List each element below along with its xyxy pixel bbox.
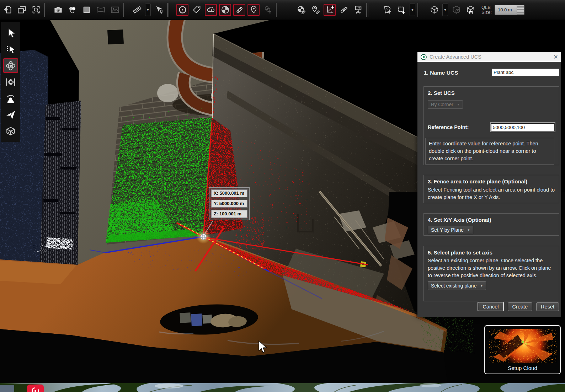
qlb-size-spinner[interactable]: 10.0 m [495, 5, 524, 15]
toolbar-group-4 [176, 4, 274, 16]
create-ucs-button[interactable] [324, 4, 336, 16]
screen-axes-icon [353, 5, 363, 15]
close-icon[interactable]: ✕ [550, 54, 561, 60]
measure-ruler-dropdown[interactable]: ▼ [145, 4, 151, 16]
solid-view-button[interactable] [80, 4, 92, 16]
location-pin-icon [249, 5, 258, 15]
axis-section: 4. Set X/Y Axis (Optional) Set Y by Plan… [423, 213, 559, 236]
cancel-button[interactable]: Cancel [478, 302, 503, 311]
set-ucs-dropdown-value: By Corner [431, 102, 453, 107]
target-disc-icon [178, 5, 187, 15]
reference-point-input[interactable] [491, 123, 554, 131]
pano-thumbnail[interactable] [0, 385, 14, 392]
panorama-view-icon [96, 5, 106, 15]
application-window: { "toolbar": { "qlb": { "label_top": "QL… [0, 0, 565, 392]
screenshot-camera-icon [53, 5, 63, 15]
cyclone-app-icon [421, 54, 427, 60]
level-tool-button[interactable] [338, 4, 350, 16]
name-ucs-label: 1. Name UCS [424, 70, 458, 76]
limit-box-manager-button[interactable] [464, 4, 476, 16]
axis-dropdown[interactable]: Set Y by Plane [428, 226, 473, 234]
qlb-size-label: QLBSize: [481, 5, 492, 15]
toolbar-group-5 [295, 4, 364, 16]
checker-target-button[interactable] [219, 4, 231, 16]
create-button[interactable]: Create [508, 302, 533, 311]
toolbar-separator [366, 3, 367, 17]
view-cube-tool-button[interactable] [3, 124, 18, 138]
screen-axes-button[interactable] [352, 4, 364, 16]
multi-select-tool-button[interactable] [3, 42, 18, 57]
tag-marker-icon [192, 5, 202, 15]
edit-pin-button[interactable] [309, 4, 321, 16]
render-options-button[interactable] [66, 4, 78, 16]
region-filter-icon [383, 5, 392, 15]
limit-box-icon [430, 5, 439, 15]
toolbar-separator [417, 3, 418, 17]
limit-box-dropdown[interactable]: ▼ [442, 4, 448, 16]
set-ucs-dropdown[interactable]: By Corner [428, 100, 463, 109]
reset-button[interactable]: Reset [536, 302, 559, 311]
pan-tool-icon [5, 76, 16, 88]
toolbar-group-1 [1, 4, 42, 16]
measure-link-button[interactable] [233, 4, 245, 16]
plane-dropdown[interactable]: Select existing plane [428, 281, 486, 290]
qlb-size-value: 10.0 m [495, 7, 517, 12]
toolbar-group-2 [52, 4, 121, 16]
look-around-tool-button[interactable] [3, 91, 18, 106]
qlb-spinner-buttons[interactable] [517, 5, 524, 15]
limit-box-button[interactable] [428, 4, 440, 16]
corner-point-marker[interactable] [201, 234, 207, 240]
set-ucs-label: 2. Set UCS [428, 90, 555, 96]
cloud-feature-button[interactable] [205, 4, 217, 16]
image-view-button [109, 4, 121, 16]
plane-label: 5. Select plane to set axis [428, 249, 555, 256]
render-options-icon [68, 5, 77, 15]
panorama-view-button [95, 4, 107, 16]
panorama-strip[interactable] [0, 383, 565, 392]
coordinate-tooltip: X: 5000.001 m Y: 5000.000 m Z: 100.001 m [209, 187, 250, 220]
measure-ruler-button[interactable] [131, 4, 143, 16]
screenshot-camera-button[interactable] [52, 4, 64, 16]
orbit-tool-icon [5, 60, 16, 71]
tag-marker-button[interactable] [191, 4, 203, 16]
toolbar-group-3: ▼ [131, 4, 165, 16]
cascade-windows-button[interactable] [16, 4, 28, 16]
fence-help: Select Fencing tool and select an area o… [428, 186, 555, 201]
edit-target-button[interactable] [295, 4, 307, 16]
axis-dropdown-value: Set Y by Plane [431, 227, 464, 233]
select-tool-icon [5, 27, 16, 39]
zoom-region-button[interactable] [30, 4, 42, 16]
pan-tool-button[interactable] [3, 75, 18, 89]
toolbar-separator [276, 3, 277, 17]
import-scan-icon [3, 5, 12, 15]
fly-tool-icon [5, 109, 16, 120]
orbit-tool-button[interactable] [3, 58, 18, 73]
limit-box-time-button [450, 4, 462, 16]
target-disc-button[interactable] [176, 4, 188, 16]
probe-tool-icon [154, 5, 164, 15]
edit-pin-icon [311, 5, 320, 15]
wall-opening [107, 29, 124, 44]
dialog-titlebar[interactable]: Create Advanced UCS ✕ [417, 52, 561, 62]
select-tool-button[interactable] [3, 26, 18, 40]
ucs-name-input[interactable] [492, 68, 559, 76]
fence-label: 3. Fence area to create plane (Optional) [428, 178, 555, 184]
location-pin-button[interactable] [247, 4, 260, 16]
setup-cloud-panel[interactable]: Setup Cloud [484, 325, 561, 374]
setup-cloud-thumbnail [489, 329, 557, 363]
fence-select-button[interactable] [395, 4, 407, 16]
cloud-feature-icon [206, 5, 216, 15]
coordinate-z: Z: 100.001 m [211, 210, 247, 218]
toolbar-separator [44, 3, 45, 17]
cyclone-logo-icon[interactable] [27, 385, 44, 392]
fly-tool-button[interactable] [3, 107, 18, 122]
import-scan-button[interactable] [1, 4, 14, 16]
plane-dropdown-value: Select existing plane [431, 283, 476, 289]
axis-label: 4. Set X/Y Axis (Optional) [428, 217, 555, 223]
filter-targets-button [262, 4, 274, 16]
fence-section: 3. Fence area to create plane (Optional)… [423, 175, 559, 203]
plane-help: Select an existing corner plane. Once se… [428, 257, 555, 279]
probe-tool-button[interactable] [153, 4, 165, 16]
region-filter-button[interactable] [381, 4, 393, 16]
fence-select-dropdown[interactable]: ▼ [410, 4, 415, 16]
